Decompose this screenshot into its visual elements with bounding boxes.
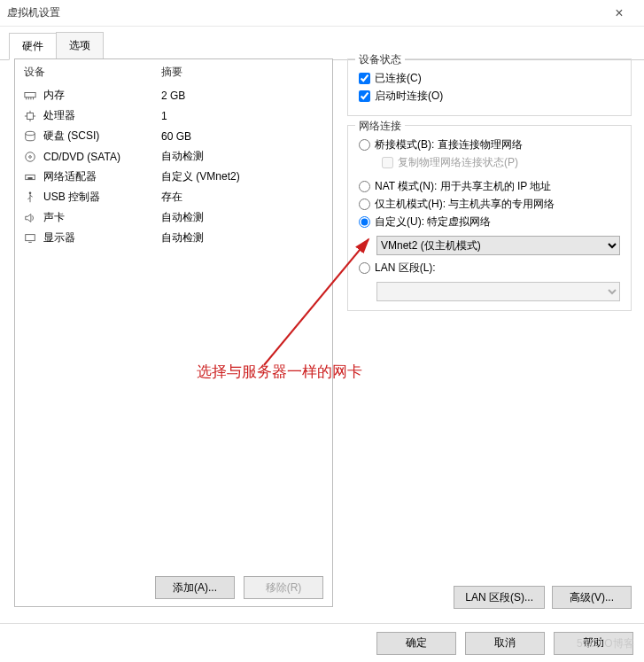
lan-radio-row[interactable]: LAN 区段(L):: [359, 261, 620, 276]
cd-icon: [24, 151, 40, 163]
hw-summary-label: 自动检测: [161, 210, 323, 225]
custom-radio[interactable]: [359, 216, 370, 228]
device-state-title: 设备状态: [355, 52, 405, 67]
lan-radio[interactable]: [359, 262, 370, 274]
hw-header-summary: 摘要: [161, 65, 182, 80]
lan-combo-wrap: [376, 278, 620, 301]
hw-summary-label: 60 GB: [161, 130, 323, 143]
connect-at-power-checkbox[interactable]: [359, 90, 370, 102]
connect-at-power-label: 启动时连接(O): [375, 89, 443, 104]
network-connection-group: 网络连接 桥接模式(B): 直接连接物理网络 复制物理网络连接状态(P) NAT…: [347, 125, 632, 311]
lan-segments-button[interactable]: LAN 区段(S)...: [454, 586, 545, 609]
window-title: 虚拟机设置: [7, 5, 601, 20]
hw-summary-label: 自动检测: [161, 230, 323, 245]
lan-segment-select: [376, 282, 620, 301]
lan-label: LAN 区段(L):: [375, 261, 436, 276]
bridged-radio[interactable]: [359, 139, 370, 151]
svg-rect-16: [26, 234, 35, 240]
hw-device-label: 网络适配器: [43, 169, 161, 184]
replicate-label: 复制物理网络连接状态(P): [398, 155, 518, 170]
hostonly-radio-row[interactable]: 仅主机模式(H): 与主机共享的专用网络: [359, 197, 620, 212]
hw-device-label: CD/DVD (SATA): [43, 151, 161, 163]
nat-radio[interactable]: [359, 181, 370, 192]
hw-row[interactable]: USB 控制器存在: [15, 187, 332, 207]
hw-row[interactable]: 硬盘 (SCSI)60 GB: [15, 126, 332, 146]
hardware-list-pane: 设备 摘要 内存2 GB处理器1硬盘 (SCSI)60 GBCD/DVD (SA…: [14, 58, 333, 607]
nic-icon: [24, 171, 40, 183]
svg-point-11: [26, 152, 35, 161]
hw-row[interactable]: CD/DVD (SATA)自动检测: [15, 146, 332, 167]
replicate-check-row: 复制物理网络连接状态(P): [382, 155, 620, 170]
connected-label: 已连接(C): [375, 71, 422, 86]
connected-checkbox[interactable]: [359, 73, 370, 84]
custom-vmnet-select[interactable]: VMnet2 (仅主机模式): [376, 236, 620, 255]
custom-radio-row[interactable]: 自定义(U): 特定虚拟网络: [359, 214, 620, 230]
hw-device-label: 内存: [43, 88, 161, 103]
replicate-checkbox: [382, 157, 393, 168]
cancel-button[interactable]: 取消: [465, 632, 545, 655]
close-icon[interactable]: ×: [601, 5, 637, 21]
content-area: 设备 摘要 内存2 GB处理器1硬盘 (SCSI)60 GBCD/DVD (SA…: [0, 51, 644, 618]
hw-row[interactable]: 内存2 GB: [15, 85, 332, 105]
hw-header-device: 设备: [24, 65, 161, 80]
hw-summary-label: 自定义 (VMnet2): [161, 169, 323, 184]
svg-point-10: [26, 131, 35, 135]
help-button[interactable]: 帮助: [554, 632, 633, 655]
hw-summary-label: 1: [161, 110, 323, 122]
bridged-radio-row[interactable]: 桥接模式(B): 直接连接物理网络: [359, 137, 620, 152]
hw-row[interactable]: 显示器自动检测: [15, 228, 332, 248]
nat-label: NAT 模式(N): 用于共享主机的 IP 地址: [375, 179, 551, 194]
sound-icon: [24, 212, 40, 224]
hw-device-label: 显示器: [43, 230, 161, 245]
nat-radio-row[interactable]: NAT 模式(N): 用于共享主机的 IP 地址: [359, 179, 620, 194]
bridged-label: 桥接模式(B): 直接连接物理网络: [375, 137, 523, 152]
hw-device-label: 声卡: [43, 210, 161, 225]
memory-icon: [24, 90, 40, 102]
cpu-icon: [24, 110, 40, 122]
hostonly-radio[interactable]: [359, 199, 370, 210]
hw-row[interactable]: 声卡自动检测: [15, 207, 332, 228]
hw-header: 设备 摘要: [15, 59, 332, 85]
dialog-footer: 确定 取消 帮助: [0, 623, 644, 662]
add-button[interactable]: 添加(A)...: [155, 576, 235, 599]
hw-row[interactable]: 处理器1: [15, 105, 332, 126]
title-bar: 虚拟机设置 ×: [0, 0, 644, 27]
hostonly-label: 仅主机模式(H): 与主机共享的专用网络: [375, 197, 555, 212]
hw-list: 内存2 GB处理器1硬盘 (SCSI)60 GBCD/DVD (SATA)自动检…: [15, 85, 332, 248]
right-buttons: LAN 区段(S)... 高级(V)...: [454, 586, 632, 609]
svg-rect-5: [27, 113, 34, 119]
right-pane: 设备状态 已连接(C) 启动时连接(O) 网络连接 桥接模式(B): 直接连接物…: [347, 58, 632, 573]
svg-rect-0: [25, 92, 35, 97]
custom-label: 自定义(U): 特定虚拟网络: [375, 214, 491, 230]
display-icon: [24, 232, 40, 245]
connected-check[interactable]: 已连接(C): [359, 71, 620, 86]
hw-device-label: 硬盘 (SCSI): [43, 129, 161, 144]
custom-combo-wrap: VMnet2 (仅主机模式): [376, 232, 620, 255]
advanced-button[interactable]: 高级(V)...: [552, 586, 632, 609]
svg-rect-14: [27, 177, 32, 180]
hw-summary-label: 存在: [161, 190, 323, 205]
disk-icon: [24, 130, 40, 143]
usb-icon: [24, 191, 40, 204]
hw-summary-label: 自动检测: [161, 149, 323, 164]
left-buttons: 添加(A)... 移除(R): [24, 576, 323, 599]
connect-at-power-check[interactable]: 启动时连接(O): [359, 89, 620, 104]
hw-row[interactable]: 网络适配器自定义 (VMnet2): [15, 167, 332, 187]
remove-button: 移除(R): [244, 576, 323, 599]
hw-device-label: USB 控制器: [43, 190, 161, 205]
hw-summary-label: 2 GB: [161, 90, 323, 102]
svg-point-15: [29, 191, 32, 194]
hw-device-label: 处理器: [43, 108, 161, 123]
svg-point-12: [29, 155, 32, 158]
ok-button[interactable]: 确定: [376, 632, 456, 655]
device-state-group: 设备状态 已连接(C) 启动时连接(O): [347, 58, 632, 116]
network-connection-title: 网络连接: [355, 119, 405, 134]
